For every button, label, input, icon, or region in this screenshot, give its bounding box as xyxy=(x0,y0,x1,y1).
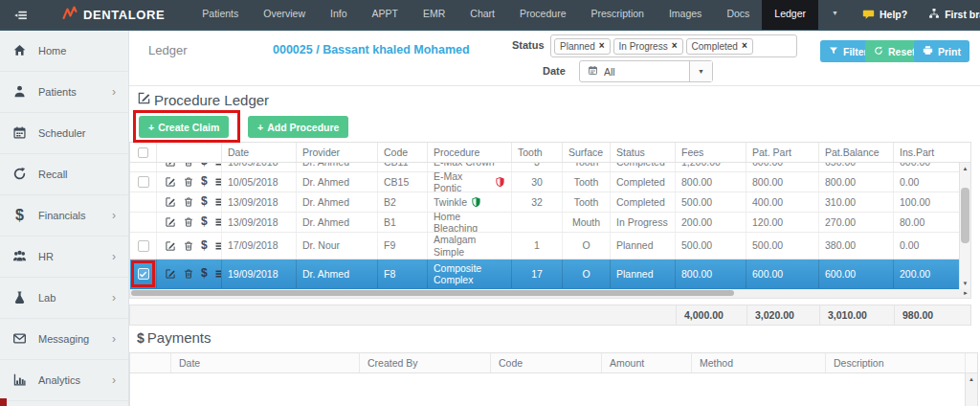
payment-icon[interactable]: $ xyxy=(201,195,208,209)
cell-pat-part: 800.00 xyxy=(746,172,819,192)
date-filter-select[interactable]: All ▼ xyxy=(579,60,713,82)
payments-title: $ Payments xyxy=(137,329,212,346)
payment-icon[interactable]: $ xyxy=(201,163,208,169)
procedure-table: Date Provider Code Procedure Tooth Surfa… xyxy=(129,142,971,326)
scroll-up-icon[interactable]: ▲ xyxy=(960,166,970,171)
chat-icon xyxy=(862,8,875,22)
status-filter-input[interactable]: Planned × In Progress × Completed × xyxy=(550,34,797,57)
trash-icon[interactable] xyxy=(183,240,194,252)
details-icon[interactable] xyxy=(214,216,222,228)
branch-selector[interactable]: First branch xyxy=(918,8,980,21)
cell-pat-part: 400.00 xyxy=(746,192,819,212)
edit-icon[interactable] xyxy=(165,240,176,252)
cell-surface: O xyxy=(563,233,611,259)
edit-icon[interactable] xyxy=(165,176,176,188)
remove-tag-icon[interactable]: × xyxy=(672,41,678,51)
edit-icon[interactable] xyxy=(165,216,176,228)
table-row[interactable]: $ 10/05/2018 Dr. Ahmed CB15 E-Max Pontic… xyxy=(130,172,961,192)
nav-item-appt[interactable]: APPT xyxy=(360,0,411,30)
sidebar-toggle-icon[interactable] xyxy=(12,7,29,23)
nav-item-images[interactable]: Images xyxy=(657,0,714,30)
cell-status: Planned xyxy=(611,233,676,259)
cell-tooth: 32 xyxy=(512,192,563,212)
nav-item-overview[interactable]: Overview xyxy=(251,0,318,30)
cell-fees: 500.00 xyxy=(676,233,746,259)
sidebar-item-patients[interactable]: Patients › xyxy=(0,72,128,113)
edit-icon[interactable] xyxy=(165,196,176,208)
details-icon[interactable] xyxy=(214,176,222,188)
row-checkbox[interactable] xyxy=(138,176,149,188)
scrollbar-thumb[interactable] xyxy=(131,290,734,296)
patient-link[interactable]: 000025 / Bassant khaled Mohamed xyxy=(273,43,470,56)
select-all-checkbox[interactable] xyxy=(138,147,148,158)
cell-fees: 800.00 xyxy=(676,259,746,288)
create-claim-button[interactable]: + Create Claim xyxy=(139,116,229,138)
cell-date: 10/05/2018 xyxy=(222,163,297,171)
sidebar-item-lab[interactable]: Lab › xyxy=(0,278,128,319)
sidebar-item-analytics[interactable]: Analytics › xyxy=(0,360,128,401)
sidebar-item-financials[interactable]: $ Financials › xyxy=(0,195,128,237)
trash-icon[interactable] xyxy=(183,163,194,168)
vertical-scrollbar[interactable]: ▲ xyxy=(965,373,977,406)
table-row[interactable]: $ 13/09/2018 Dr. Ahmed B2 Twinkle 32 Too… xyxy=(130,192,961,213)
payment-icon[interactable]: $ xyxy=(201,215,208,229)
scroll-down-icon[interactable]: ▼ xyxy=(960,281,970,286)
details-icon[interactable] xyxy=(214,196,222,208)
total-fees: 4,000.00 xyxy=(676,305,746,325)
row-checkbox-checked[interactable] xyxy=(138,268,149,280)
horizontal-scrollbar[interactable]: ► xyxy=(129,289,971,299)
table-row-selected[interactable]: $ 19/09/2018 Dr. Ahmed F8 Composite Comp… xyxy=(130,259,961,289)
details-icon[interactable] xyxy=(214,240,222,252)
edit-icon[interactable] xyxy=(165,268,176,280)
sidebar-item-scheduler[interactable]: Scheduler xyxy=(0,113,128,154)
details-icon[interactable] xyxy=(214,268,222,280)
date-filter-value: All xyxy=(604,66,615,78)
col-code: Code xyxy=(491,353,602,372)
brand-logo[interactable]: DENTALORE xyxy=(62,6,165,24)
payment-icon[interactable]: $ xyxy=(201,267,208,281)
scroll-up-icon[interactable]: ▲ xyxy=(966,376,977,382)
row-checkbox[interactable] xyxy=(138,240,149,252)
payment-icon[interactable]: $ xyxy=(201,239,208,253)
table-row[interactable]: $ 10/05/2018 Dr. Ahmed CB11 E-Max Crown … xyxy=(130,163,961,172)
trash-icon[interactable] xyxy=(183,216,194,228)
nav-item-docs[interactable]: Docs xyxy=(714,0,762,30)
sidebar-item-home[interactable]: Home xyxy=(0,31,128,72)
nav-item-patients[interactable]: Patients xyxy=(189,0,251,30)
remove-tag-icon[interactable]: × xyxy=(742,41,747,51)
trash-icon[interactable] xyxy=(183,176,194,188)
calendar-icon xyxy=(588,65,598,78)
green-shield-icon xyxy=(471,196,481,208)
nav-item-procedure[interactable]: Procedure xyxy=(507,0,578,30)
col-method: Method xyxy=(692,353,826,372)
vertical-scrollbar[interactable]: ▲ ▼ xyxy=(959,163,970,289)
scroll-right-icon[interactable]: ► xyxy=(963,290,969,296)
add-procedure-button[interactable]: + Add Procedure xyxy=(248,116,348,138)
remove-tag-icon[interactable]: × xyxy=(599,41,605,51)
nav-item-ledger[interactable]: Ledger xyxy=(762,0,818,30)
table-row[interactable]: $ 13/09/2018 Dr. Ahmed B1 Home Bleaching… xyxy=(130,213,961,233)
printer-icon xyxy=(923,45,933,57)
help-button[interactable]: Help? xyxy=(852,8,918,22)
nav-item-info[interactable]: Info xyxy=(318,0,360,30)
edit-icon[interactable] xyxy=(165,163,176,168)
sidebar-item-recall[interactable]: Recall xyxy=(0,154,128,195)
table-row[interactable]: $ 17/09/2018 Dr. Nour F9 Amalgam Simple … xyxy=(130,233,961,259)
sidebar-item-hr[interactable]: HR › xyxy=(0,237,128,278)
trash-icon[interactable] xyxy=(183,196,194,208)
payment-icon[interactable]: $ xyxy=(201,175,208,189)
nav-item-prescription[interactable]: Prescription xyxy=(578,0,656,30)
caret-down-icon[interactable]: ▼ xyxy=(689,61,712,81)
col-tooth: Tooth xyxy=(512,143,563,162)
nav-more-caret-icon[interactable]: ▼ xyxy=(818,0,852,30)
scrollbar-thumb[interactable] xyxy=(961,188,969,243)
plus-icon: + xyxy=(148,122,154,133)
nav-item-chart[interactable]: Chart xyxy=(457,0,507,30)
cell-provider: Dr. Nour xyxy=(297,233,378,259)
status-tag-planned: Planned × xyxy=(554,38,611,55)
nav-item-emr[interactable]: EMR xyxy=(411,0,457,30)
trash-icon[interactable] xyxy=(183,268,194,280)
sidebar-item-messaging[interactable]: Messaging › xyxy=(0,319,128,360)
print-button[interactable]: Print xyxy=(914,40,969,62)
details-icon[interactable] xyxy=(214,163,222,168)
